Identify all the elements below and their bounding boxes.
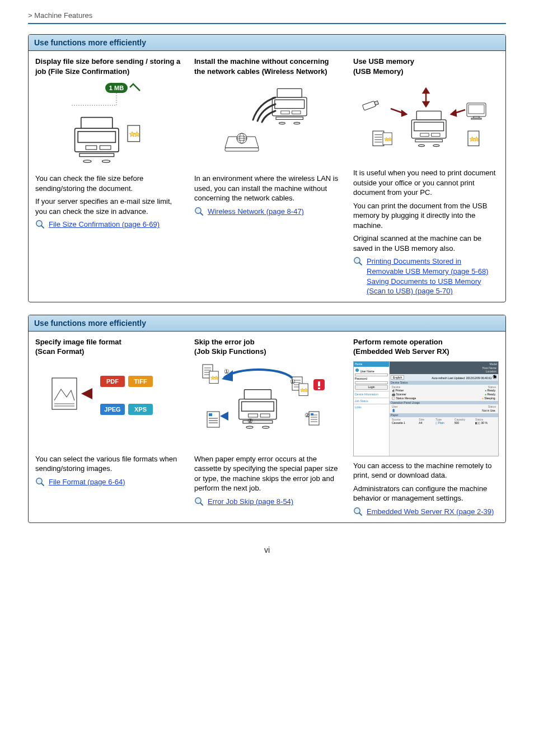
svg-rect-56 [318,381,320,386]
svg-marker-38 [423,102,429,106]
svg-text:PDF: PDF [106,378,119,385]
box2-col1-title: Specify image file format (Scan Format) [35,337,181,357]
box1-col2-p1: In an environment where the wireless LAN… [194,174,340,203]
svg-rect-59 [209,413,212,416]
svg-text:JPEG: JPEG [104,406,120,413]
magnifier-icon [35,220,45,230]
box1-col3-p3: Original scanned at the machine can be s… [353,234,499,253]
svg-rect-57 [318,388,320,389]
box1-col1: Display file size before sending / stori… [29,51,188,302]
svg-text:1 MB: 1 MB [109,85,124,91]
box2-col3-title: Perform remote operation (Embedded Web S… [353,337,499,357]
box2-col2-title: Skip the error job (Job Skip Functions) [194,337,340,357]
box1-col1-title: Display file size before sending / stori… [35,57,181,76]
svg-text:XPS: XPS [134,406,147,413]
embedded-web-server-screenshot: Home User Name Password Login Device Inf… [353,361,499,456]
box1-col3: Use USB memory (USB Memory) [346,51,505,302]
box1-col3-p1: It is useful when you need to print docu… [353,168,499,198]
svg-rect-64 [311,413,313,416]
box1-col3-title: Use USB memory (USB Memory) [353,57,499,76]
header-rule [28,23,506,24]
link-wireless-network[interactable]: Wireless Network (page 8-47) [208,207,304,217]
svg-text:①: ① [290,378,296,385]
feature-box-2: Use functions more efficiently Specify i… [28,315,506,523]
box1-header: Use functions more efficiently [29,35,505,51]
link-print-usb[interactable]: Printing Documents Stored in Removable U… [367,257,488,276]
svg-marker-44 [81,388,92,399]
box2-col3-p2: Administrators can configure the machine… [353,484,499,503]
page-number: vi [28,545,506,554]
box2-header: Use functions more efficiently [29,315,505,332]
svg-rect-32 [225,148,259,151]
magnifier-icon [353,507,363,517]
svg-text:TIFF: TIFF [134,378,147,385]
illus-wireless [194,81,340,170]
illus-jobskip: ① ① [194,361,340,451]
svg-marker-34 [402,111,406,116]
box1-col1-p1: You can check the file size before sendi… [35,174,181,193]
box2-col2: Skip the error job (Job Skip Functions) … [188,332,346,522]
breadcrumb: > Machine Features [28,11,506,20]
magnifier-icon [194,497,204,507]
box1-col2-title: Install the machine without concerning t… [194,57,340,76]
magnifier-icon [194,207,204,217]
link-filesize-confirmation[interactable]: File Size Confirmation (page 6-69) [49,220,160,230]
box2-col1: Specify image file format (Scan Format) … [29,332,188,522]
illus-usb [353,81,499,165]
svg-marker-36 [423,88,429,93]
magnifier-icon [353,256,363,267]
svg-text:②: ② [305,412,310,418]
link-error-job-skip[interactable]: Error Job Skip (page 8-54) [208,497,293,507]
box2-col2-p1: When paper empty error occurs at the cas… [194,454,340,493]
box2-col1-p1: You can select the various file formats … [35,454,181,474]
feature-box-1: Use functions more efficiently Display f… [28,34,506,302]
svg-point-68 [355,368,359,372]
refresh-icon[interactable] [493,375,497,379]
box1-col3-p2: You can print the document from the USB … [353,201,499,231]
svg-marker-40 [451,110,456,116]
link-file-format[interactable]: File Format (page 6-64) [49,477,125,487]
svg-marker-67 [220,412,228,421]
box1-col2: Install the machine without concerning t… [188,51,346,302]
box2-col3-p1: You can access to the machine remotely t… [353,461,499,480]
link-embedded-web-server[interactable]: Embedded Web Server RX (page 2-39) [367,507,494,517]
box1-col1-p2: If your server specifies an e-mail size … [35,197,181,216]
box2-col3: Perform remote operation (Embedded Web S… [346,332,505,522]
login-button[interactable]: Login [355,385,388,390]
svg-text:②: ② [247,417,253,424]
illus-fileformat: PDF TIFF JPEG XPS [35,361,181,451]
illus-filesize: 1 MB [35,81,181,170]
link-save-usb[interactable]: Saving Documents to USB Memory (Scan to … [367,277,481,296]
magnifier-icon [35,477,45,487]
